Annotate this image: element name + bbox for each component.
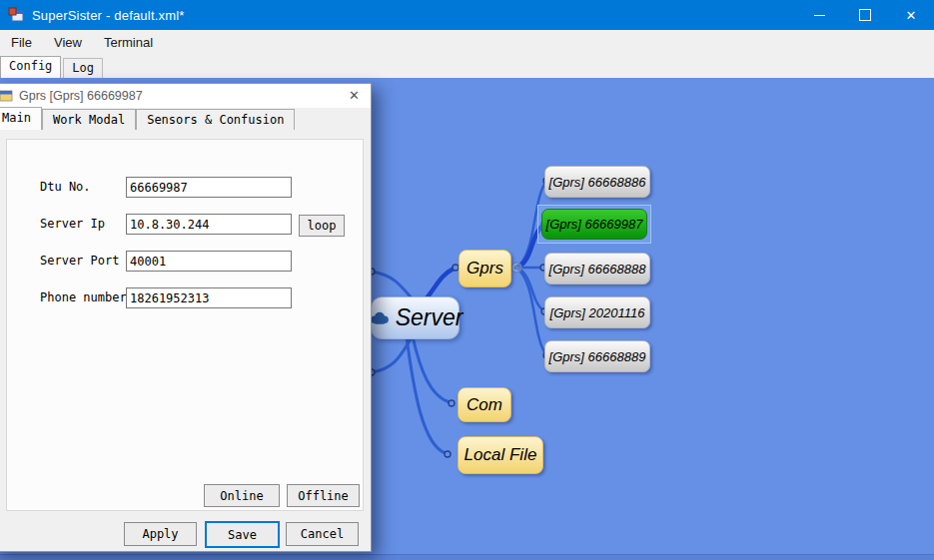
node-label: Server xyxy=(396,304,464,331)
node-label: [Gprs] 66668888 xyxy=(549,262,646,277)
node-label: [Gprs] 66669987 xyxy=(546,217,643,232)
minimize-icon xyxy=(814,15,825,16)
main-tabstrip: Config Log xyxy=(0,55,934,78)
server-ip-input[interactable] xyxy=(126,214,292,235)
app-icon xyxy=(8,7,24,23)
tab-log[interactable]: Log xyxy=(63,58,103,78)
selection-border: [Gprs] 66669987 xyxy=(537,205,651,244)
menu-terminal[interactable]: Terminal xyxy=(93,31,164,54)
close-button[interactable]: ✕ xyxy=(888,0,934,30)
node-gprs-child[interactable]: [Gprs] 20201116 xyxy=(544,296,650,328)
titlebar: SuperSister - default.xml* ✕ xyxy=(0,0,934,30)
online-button[interactable]: Online xyxy=(204,484,280,507)
server-port-input[interactable] xyxy=(126,251,292,272)
phone-number-input[interactable] xyxy=(126,287,292,308)
node-local-file[interactable]: Local File xyxy=(458,436,543,474)
offline-button[interactable]: Offline xyxy=(287,484,360,507)
maximize-icon xyxy=(859,9,871,21)
window-title: SuperSister - default.xml* xyxy=(32,8,185,23)
node-label: Com xyxy=(467,395,502,415)
server-port-label: Server Port xyxy=(40,254,119,268)
dialog-tab-main[interactable]: Main xyxy=(0,107,42,130)
dialog-tab-work-modal[interactable]: Work Modal xyxy=(42,109,136,130)
app-window: SuperSister - default.xml* ✕ File View T… xyxy=(0,0,934,560)
node-label: Local File xyxy=(465,445,537,465)
node-label: Gprs xyxy=(467,259,503,279)
dialog-main-panel: Dtu No. Server Ip loop Server Port Phone… xyxy=(6,139,364,511)
dtu-no-label: Dtu No. xyxy=(40,180,91,194)
maximize-button[interactable] xyxy=(842,0,888,30)
save-button[interactable]: Save xyxy=(205,521,280,548)
node-com[interactable]: Com xyxy=(458,387,511,422)
tab-config[interactable]: Config xyxy=(0,56,61,78)
cancel-button[interactable]: Cancel xyxy=(286,522,359,546)
apply-button[interactable]: Apply xyxy=(124,522,197,546)
node-server[interactable]: Server xyxy=(371,296,460,339)
node-gprs-child[interactable]: [Gprs] 66668886 xyxy=(544,166,650,198)
dialog-title: Gprs [Gprs] 66669987 xyxy=(19,89,143,103)
node-gprs-child-selected[interactable]: [Gprs] 66669987 xyxy=(541,209,647,240)
node-gprs-child[interactable]: [Gprs] 66668888 xyxy=(544,253,650,284)
gprs-config-dialog: Gprs [Gprs] 66669987 ✕ Main Work Modal S… xyxy=(0,83,372,552)
node-label: [Gprs] 66668889 xyxy=(549,349,646,364)
close-icon: ✕ xyxy=(906,9,917,22)
dialog-tab-sensors[interactable]: Sensors & Confusion xyxy=(136,109,295,130)
phone-number-label: Phone number xyxy=(40,290,127,304)
server-ip-label: Server Ip xyxy=(40,217,105,231)
minimize-button[interactable] xyxy=(796,0,842,30)
collapse-toggle-icon xyxy=(511,263,521,273)
dialog-tabstrip: Main Work Modal Sensors & Confusion xyxy=(0,108,295,130)
dialog-close-icon[interactable]: ✕ xyxy=(349,88,360,103)
mindmap-canvas: Server Gprs Com Local File [Gprs] 666688… xyxy=(0,78,934,560)
menu-file[interactable]: File xyxy=(0,31,43,54)
menu-bar: File View Terminal xyxy=(0,30,934,55)
dialog-titlebar: Gprs [Gprs] 66669987 ✕ xyxy=(0,84,371,108)
window-controls: ✕ xyxy=(796,0,934,30)
dtu-no-input[interactable] xyxy=(126,177,292,198)
node-gprs-child[interactable]: [Gprs] 66668889 xyxy=(544,340,650,372)
menu-view[interactable]: View xyxy=(43,31,93,54)
node-label: [Gprs] 20201116 xyxy=(550,305,645,320)
loop-button[interactable]: loop xyxy=(299,215,345,237)
form-icon xyxy=(0,89,13,103)
node-label: [Gprs] 66668886 xyxy=(549,175,646,190)
node-gprs[interactable]: Gprs xyxy=(459,250,511,287)
